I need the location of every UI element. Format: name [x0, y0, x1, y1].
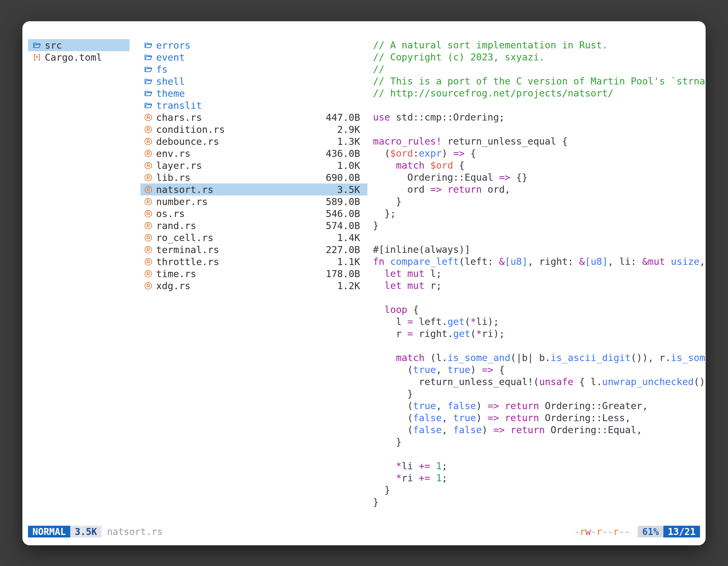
entry-name: ro_cell.rs — [156, 232, 213, 243]
file-size-badge: 3.5K — [70, 526, 101, 537]
entry-size: 1.3K — [337, 136, 360, 147]
file-row[interactable]: time.rs178.0B — [140, 268, 367, 280]
file-row[interactable]: natsort.rs3.5K — [140, 184, 367, 196]
rust-file-icon — [143, 221, 153, 231]
code-line: ($ord:expr) => { — [373, 147, 706, 159]
entry-name: xdg.rs — [156, 280, 191, 291]
entry-size: 447.0B — [326, 112, 360, 123]
entry-name: time.rs — [156, 268, 196, 280]
entry-size: 3.5K — [337, 184, 360, 195]
toml-file-icon — [32, 52, 42, 62]
file-row[interactable]: xdg.rs1.2K — [140, 280, 367, 292]
rust-file-icon — [143, 269, 153, 279]
rust-file-icon — [143, 112, 153, 123]
entry-size: 2.9K — [337, 124, 360, 135]
file-row[interactable]: terminal.rs227.0B — [140, 244, 367, 256]
code-line: }; — [373, 208, 706, 220]
file-row[interactable]: debounce.rs1.3K — [140, 135, 367, 147]
code-line: // This is a port of the C version of Ma… — [373, 75, 706, 87]
entry-name: natsort.rs — [156, 184, 213, 195]
file-manager-window: srcCargo.toml errorseventfsshellthemetra… — [22, 21, 706, 545]
entry-size: 227.0B — [326, 244, 360, 255]
file-row[interactable]: layer.rs1.0K — [140, 159, 367, 172]
pane-gap — [367, 39, 373, 526]
code-line — [373, 448, 706, 460]
file-row[interactable]: lib.rs690.0B — [140, 172, 367, 184]
code-line: match (l.is_some_and(|b| b.is_ascii_digi… — [373, 352, 706, 364]
open-folder-icon — [143, 52, 153, 62]
rust-file-icon — [143, 257, 153, 267]
current-pane: errorseventfsshellthemetranslitchars.rs4… — [140, 39, 367, 526]
code-line: } — [373, 220, 706, 232]
entry-size: 178.0B — [326, 268, 360, 280]
code-line: return_unless_equal!(unsafe { l.unwrap_u… — [373, 376, 706, 388]
code-line — [373, 232, 706, 244]
file-row[interactable]: throttle.rs1.1K — [140, 256, 367, 268]
code-line: fn compare_left(left: &[u8], right: &[u8… — [373, 256, 706, 268]
entry-name: condition.rs — [156, 124, 225, 135]
code-line: *li += 1; — [373, 460, 706, 472]
rust-file-icon — [143, 125, 153, 135]
code-line: *ri += 1; — [373, 472, 706, 484]
file-row[interactable]: number.rs589.0B — [140, 196, 367, 208]
entry-size: 574.0B — [326, 220, 360, 231]
code-line — [373, 99, 706, 111]
code-line: #[inline(always)] — [373, 244, 706, 256]
code-line: (true, true) => { — [373, 364, 706, 376]
file-row[interactable]: os.rs546.0B — [140, 208, 367, 220]
code-line: } — [373, 436, 706, 448]
code-line: match $ord { — [373, 159, 706, 172]
dir-row[interactable]: src — [28, 39, 130, 51]
dir-row[interactable]: translit — [140, 99, 367, 111]
code-line — [373, 340, 706, 352]
entry-size: 1.4K — [337, 232, 360, 243]
code-line: } — [373, 496, 706, 508]
open-folder-icon — [143, 40, 153, 50]
entry-name: rand.rs — [156, 220, 196, 231]
rust-file-icon — [143, 137, 153, 147]
code-line: } — [373, 388, 706, 400]
code-line: l = left.get(*li); — [373, 316, 706, 328]
entry-size: 1.0K — [337, 160, 360, 171]
entry-name: event — [156, 52, 185, 63]
code-line: macro_rules! return_unless_equal { — [373, 135, 706, 147]
file-row[interactable]: condition.rs2.9K — [140, 123, 367, 135]
dir-row[interactable]: event — [140, 51, 367, 63]
rust-file-icon — [143, 149, 153, 159]
code-line: let mut l; — [373, 268, 706, 280]
dir-row[interactable]: fs — [140, 63, 367, 75]
file-row[interactable]: Cargo.toml — [28, 51, 130, 63]
file-row[interactable]: rand.rs574.0B — [140, 220, 367, 232]
open-folder-icon — [32, 40, 42, 50]
code-line: (true, false) => return Ordering::Greate… — [373, 400, 706, 412]
file-row[interactable]: chars.rs447.0B — [140, 111, 367, 123]
entry-name: number.rs — [156, 196, 208, 207]
entry-size: 1.1K — [337, 256, 360, 267]
code-line: (false, true) => return Ordering::Less, — [373, 412, 706, 424]
file-row[interactable]: env.rs436.0B — [140, 147, 367, 159]
code-line: // A natural sort implementation in Rust… — [373, 39, 706, 51]
entry-size: 436.0B — [326, 148, 360, 159]
code-line: let mut r; — [373, 280, 706, 292]
code-line: (false, false) => return Ordering::Equal… — [373, 424, 706, 436]
rust-file-icon — [143, 173, 153, 183]
dir-row[interactable]: theme — [140, 87, 367, 99]
status-filename: natsort.rs — [107, 526, 163, 537]
entry-size: 546.0B — [326, 208, 360, 219]
dir-row[interactable]: errors — [140, 39, 367, 51]
rust-file-icon — [143, 245, 153, 255]
entry-name: src — [45, 40, 62, 51]
permissions: -rw-r--r-- — [574, 526, 630, 537]
code-line: // http://sourcefrog.net/projects/natsor… — [373, 87, 706, 99]
entry-name: os.rs — [156, 208, 185, 219]
pane-gap — [130, 39, 140, 526]
open-folder-icon — [143, 64, 153, 74]
rust-file-icon — [143, 233, 153, 243]
code-line: ord => return ord, — [373, 184, 706, 196]
percent-badge: 61% — [638, 526, 663, 537]
file-row[interactable]: ro_cell.rs1.4K — [140, 232, 367, 244]
dir-row[interactable]: shell — [140, 75, 367, 87]
entry-name: translit — [156, 100, 202, 111]
code-line — [373, 123, 706, 135]
rust-file-icon — [143, 185, 153, 195]
